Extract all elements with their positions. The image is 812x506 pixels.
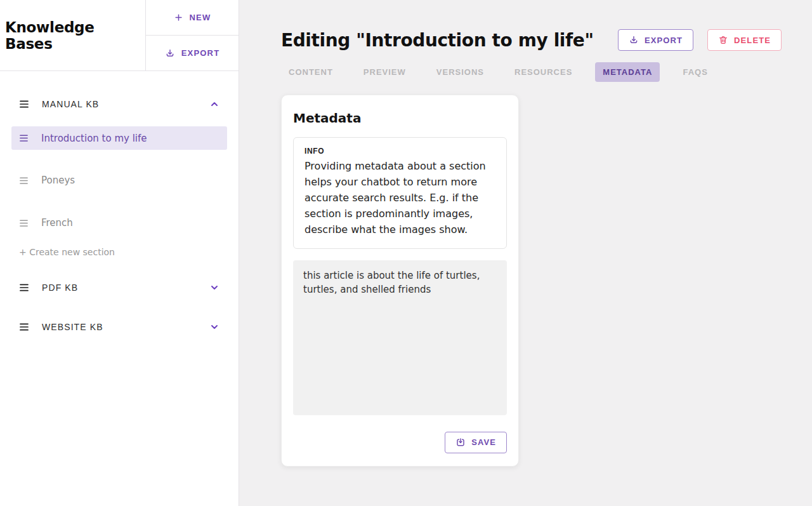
kb-section-label: WEBSITE KB [42,322,103,332]
kb-item-label: Poneys [41,175,75,186]
sidebar-header: Knowledge Bases NEW EXPORT [0,0,239,71]
info-text: Providing metadata about a section helps… [304,158,495,238]
sidebar: Knowledge Bases NEW EXPORT MANUAL KB [0,0,239,506]
tab-resources[interactable]: RESOURCES [507,62,580,82]
create-new-section-link[interactable]: + Create new section [11,244,227,260]
kb-tree: MANUAL KB Introduction to my life Poneys… [0,71,239,336]
save-label: SAVE [471,437,496,447]
save-button[interactable]: SAVE [445,432,507,453]
metadata-textarea[interactable]: this article is about the life of turtle… [293,260,507,415]
chevron-down-icon[interactable] [209,322,219,332]
info-label: INFO [304,147,495,156]
export-kb-button[interactable]: EXPORT [146,35,239,70]
main-header: Editing "Introduction to my life" EXPORT… [281,0,782,51]
drag-handle-icon [19,283,29,292]
chevron-up-icon[interactable] [209,99,219,109]
save-icon [455,437,466,448]
save-row: SAVE [293,432,507,453]
tab-metadata[interactable]: METADATA [595,62,660,82]
sidebar-actions: NEW EXPORT [146,0,239,70]
drag-handle-icon [19,100,29,109]
tab-versions[interactable]: VERSIONS [429,62,492,82]
export-section-label: EXPORT [645,36,683,45]
export-section-button[interactable]: EXPORT [618,29,693,51]
tab-preview[interactable]: PREVIEW [356,62,414,82]
main-content: Editing "Introduction to my life" EXPORT… [239,0,812,506]
kb-item-french[interactable]: French [11,214,227,232]
kb-section-website[interactable]: WEBSITE KB [11,318,227,336]
tab-content[interactable]: CONTENT [281,62,341,82]
kb-item-label: French [41,217,73,229]
kb-item-poneys[interactable]: Poneys [11,171,227,189]
metadata-card: Metadata INFO Providing metadata about a… [281,95,519,467]
plus-icon [174,13,183,22]
tab-bar: CONTENT PREVIEW VERSIONS RESOURCES METAD… [281,62,782,82]
card-title: Metadata [293,110,507,126]
new-kb-label: NEW [190,13,211,22]
export-kb-label: EXPORT [181,48,220,58]
drag-handle-icon [19,176,29,185]
download-icon [629,35,639,45]
drag-handle-icon [19,134,29,142]
kb-item-label: Introduction to my life [41,133,147,144]
delete-section-button[interactable]: DELETE [707,29,782,51]
download-icon [165,48,175,58]
header-buttons: EXPORT DELETE [618,29,782,51]
tab-faqs[interactable]: FAQS [675,62,715,82]
drag-handle-icon [19,219,29,227]
sidebar-title: Knowledge Bases [0,0,146,70]
chevron-down-icon[interactable] [209,283,219,293]
kb-section-pdf[interactable]: PDF KB [11,279,227,296]
delete-section-label: DELETE [734,36,771,45]
kb-section-manual[interactable]: MANUAL KB [11,95,227,113]
trash-icon [718,35,728,45]
drag-handle-icon [19,323,29,331]
info-box: INFO Providing metadata about a section … [293,137,507,249]
page-title: Editing "Introduction to my life" [281,30,594,51]
kb-item-introduction[interactable]: Introduction to my life [11,126,227,150]
new-kb-button[interactable]: NEW [146,0,239,35]
kb-section-label: PDF KB [42,283,78,293]
kb-section-label: MANUAL KB [42,99,99,109]
